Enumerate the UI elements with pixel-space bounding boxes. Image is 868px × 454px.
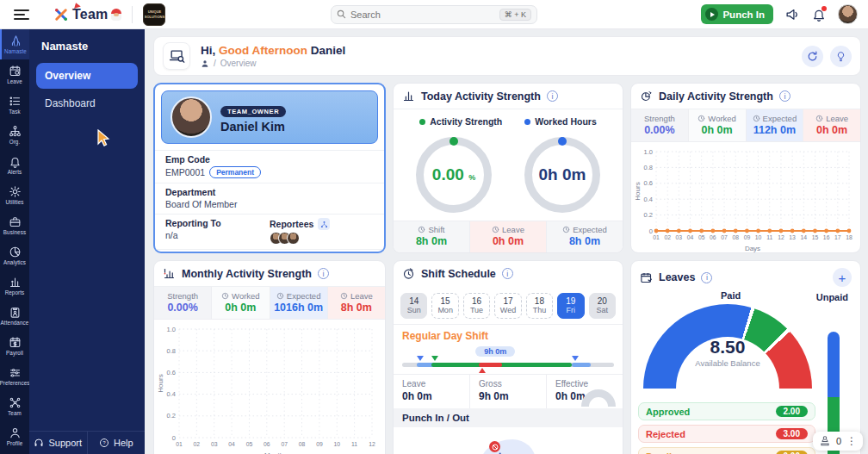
sidebar-item-profile[interactable]: Profile [0,421,29,451]
svg-text:10: 10 [333,441,340,447]
info-icon[interactable]: i [502,268,513,279]
svg-text:08: 08 [299,441,306,447]
svg-text:02: 02 [194,441,201,447]
sidebar-item-attendance[interactable]: Attendance [0,301,29,331]
menu-toggle-icon[interactable] [14,9,29,20]
day-chip-sat[interactable]: 20Sat [589,293,616,319]
add-leave-button[interactable]: + [833,268,852,287]
sidebar-item-namaste[interactable]: Namaste [0,29,29,59]
daily-stat-worked: Worked 0h 0m [688,109,746,141]
panel-item-overview[interactable]: Overview [36,63,138,89]
svg-text:0.4: 0.4 [644,196,653,203]
sidebar-item-leave[interactable]: Leave [0,59,29,90]
leaves-gauge-zone: Paid Unpaid 8.50 Available Balance [631,290,860,401]
panel-item-dashboard[interactable]: Dashboard [36,90,138,116]
tips-bulb-button[interactable] [830,46,852,67]
day-chip-thu[interactable]: 18Thu [526,293,553,319]
svg-text:06: 06 [264,441,270,447]
global-search[interactable]: ⌘ + K [331,5,537,24]
stamp-user-icon[interactable] [819,435,831,447]
today-activity-card: Today Activity Strength i Activity Stren… [393,83,623,253]
megaphone-icon[interactable] [785,7,800,22]
day-chip-tue[interactable]: 16Tue [463,293,490,319]
sidebar-item-task[interactable]: Task [0,90,29,120]
info-icon[interactable]: i [547,90,558,102]
refresh-icon [807,51,818,62]
search-input[interactable] [350,9,495,20]
daily-stat-strength: Strength 0.00% [631,109,688,141]
svg-text:06: 06 [710,234,716,240]
info-icon[interactable]: i [779,90,790,102]
timeline-segment [431,363,571,367]
legend-dot [524,119,530,125]
sidebar-item-business[interactable]: Business [0,210,29,240]
org-chart-icon [9,125,22,138]
svg-text:09: 09 [316,441,323,447]
day-chip-sun[interactable]: 14Sun [400,293,427,319]
sidebar-item-reports[interactable]: Reports [0,271,29,301]
notifications-bell[interactable] [812,8,826,22]
employee-card[interactable]: TEAM_OWNER Daniel Kim Emp Code EMP0001Pe… [153,83,386,253]
support-button[interactable]: Support [29,432,88,454]
svg-text:01: 01 [176,441,183,447]
clock-small-icon [418,226,425,233]
reportee-avatar[interactable] [287,232,300,245]
reporting-row: Reporting To n/a Reportees [155,214,384,249]
namaste-icon [9,34,22,47]
today-stat-leave: Leave 0h 0m [469,221,546,252]
clock-small-icon [276,292,284,300]
hierarchy-icon[interactable] [318,218,330,230]
info-icon[interactable]: i [701,272,712,283]
employee-avatar[interactable] [170,96,212,138]
worked-hours-donut: 0h 0m [524,137,600,213]
svg-text:05: 05 [246,441,253,447]
day-chip-mon[interactable]: 15Mon [431,293,458,319]
user-avatar[interactable] [838,4,858,24]
sidebar-item-utilities[interactable]: Utilities [0,180,29,210]
svg-text:07: 07 [281,441,288,447]
sidebar-item-org[interactable]: Org. [0,120,29,150]
kebab-menu-icon[interactable]: ⋮ [846,438,857,444]
svg-text:07: 07 [721,234,728,240]
shift-timeline: 9h 0m [402,363,614,367]
play-icon [705,8,718,21]
clock-small-icon [753,115,760,122]
help-button[interactable]: ? Help [88,432,146,454]
timeline-marker [431,356,438,361]
sidebar-item-alerts[interactable]: Alerts [0,150,29,180]
clipboard-user-icon [9,306,22,319]
day-chip-wed[interactable]: 17Wed [494,293,521,319]
sidebar-item-analytics[interactable]: Analytics [0,240,29,271]
briefcase-icon [9,215,22,228]
day-chip-fri[interactable]: 19Fri [557,293,584,319]
daily-line-chart: 00.20.40.60.81.0010203040506070809101112… [633,146,855,253]
sidebar-item-payroll[interactable]: Payroll [0,331,29,361]
refresh-button[interactable] [802,46,823,67]
monthly-line-chart: 00.20.40.60.81.0010203040506070809101112… [156,323,378,454]
mouse-cursor [96,129,111,146]
app-logo: Team [53,7,121,22]
calendar-dollar-icon [9,336,22,349]
email-row: Email uniquesolutions401@gmail.com [155,249,384,253]
svg-text:0.6: 0.6 [167,369,176,376]
leave-count-pill: 0.00 [776,451,808,454]
punch-in-button[interactable]: Punch In [701,4,773,24]
svg-text:Days: Days [745,245,760,252]
leave-row-approved: Approved 2.00 [638,402,815,420]
clock-small-icon [492,226,499,233]
user-icon [9,426,22,439]
sidebar-item-team[interactable]: Team [0,391,29,421]
info-icon[interactable]: i [318,268,329,279]
monthly-stat-expected: Expected 1016h 0m [270,287,327,319]
daily-stat-leave: Leave 0h 0m [803,109,860,141]
sidebar-item-preferences[interactable]: Preferences [0,361,29,391]
svg-text:11: 11 [766,234,772,240]
svg-text:0.8: 0.8 [644,164,653,171]
svg-text:?: ? [102,440,105,445]
leave-row-pending: Pending 0.00 [638,447,815,454]
shift-duration-badge: 9h 0m [475,346,515,357]
today-stat-shift: Shift 8h 0m [394,221,469,252]
svg-text:10: 10 [755,234,762,240]
svg-text:16: 16 [823,234,830,240]
svg-text:01: 01 [653,234,660,240]
